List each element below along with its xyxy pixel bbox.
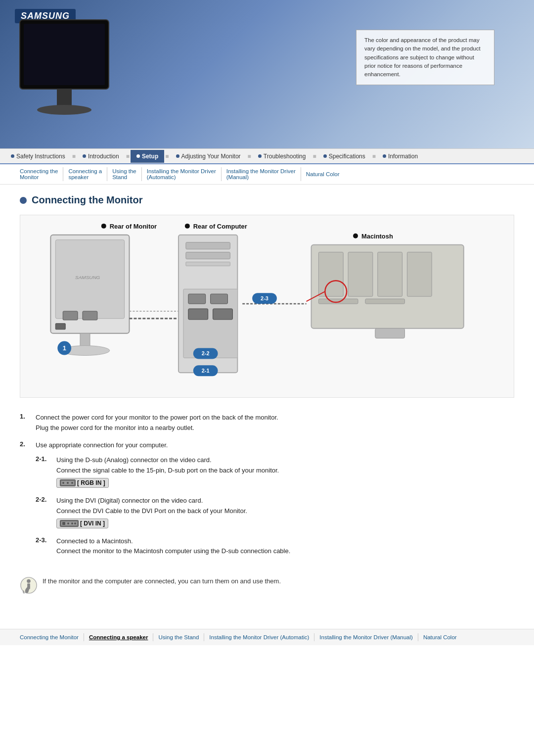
sub-nav-connecting-monitor[interactable]: Connecting the Monitor [15, 167, 63, 181]
svg-rect-40 [348, 252, 373, 297]
nav-dot-safety [11, 154, 14, 158]
sub-nav-label-install-auto-1: Installing the Monitor Driver [147, 168, 216, 174]
svg-rect-21 [186, 242, 230, 249]
nav-label-information: Information [388, 153, 418, 160]
main-nav: Safety Instructions ■ Introduction ■ Set… [0, 148, 534, 164]
bottom-sub-nav-using-stand[interactable]: Using the Stand [153, 633, 204, 641]
connection-diagram: Rear of Monitor SAMSUNG 1 Rear of Comp [20, 215, 514, 397]
nav-label-intro: Introduction [88, 153, 119, 160]
bottom-sub-nav-label-ia3: (Automatic) [280, 634, 310, 640]
svg-rect-45 [375, 329, 405, 338]
bottom-sub-nav-connecting-monitor[interactable]: Connecting the Monitor [15, 633, 84, 641]
svg-rect-22 [186, 252, 230, 259]
svg-rect-53 [62, 522, 65, 525]
bottom-sub-nav-natural-color[interactable]: Natural Color [418, 633, 462, 641]
svg-rect-43 [318, 299, 358, 304]
bottom-sub-nav-label-nc: Natural Color [423, 634, 457, 640]
svg-rect-28 [213, 309, 233, 320]
sub-nav-natural-color[interactable]: Natural Color [301, 170, 345, 178]
sub-list-num-21: 2-1. [36, 455, 50, 490]
svg-text:2-3: 2-3 [261, 295, 268, 301]
sub-list-text-22: Using the DVI (Digital) connector on the… [56, 496, 247, 517]
sub-nav-label-connecting-monitor-2: Monitor [20, 174, 58, 180]
list-text-2: Use appropriate connection for your comp… [36, 441, 168, 449]
bottom-sub-nav-label-im3: (Manual) [391, 634, 413, 640]
nav-dot-troubleshooting [258, 154, 262, 158]
nav-item-safety[interactable]: Safety Instructions [5, 150, 71, 163]
nav-label-adjusting: Adjusting Your Monitor [181, 153, 241, 160]
svg-rect-11 [55, 324, 65, 330]
nav-sep-3: ■ [164, 153, 170, 160]
svg-rect-44 [365, 299, 405, 304]
bottom-sub-nav-install-auto[interactable]: Installing the Monitor Driver (Automatic… [204, 633, 314, 641]
svg-point-18 [185, 224, 190, 229]
banner: SAMSUNG The color and appearance of the … [0, 0, 534, 148]
sub-nav-label-natural-color-1: Natural Color [306, 171, 340, 177]
sub-nav-install-auto[interactable]: Installing the Monitor Driver (Automatic… [142, 167, 222, 181]
banner-monitor-image [15, 15, 138, 143]
note-text: If the monitor and the computer are conn… [43, 576, 281, 587]
rgb-connector-icon [60, 479, 76, 486]
list-text-1: Connect the power cord for your monitor … [36, 413, 278, 433]
sub-nav-label-install-auto-2: (Automatic) [147, 174, 216, 180]
list-item-2: 2. Use appropriate connection for your c… [20, 440, 514, 563]
nav-item-setup[interactable]: Setup [131, 150, 164, 163]
svg-text:2-2: 2-2 [202, 350, 210, 356]
sub-nav-label-using-stand-2: Stand [112, 174, 136, 180]
sub-nav-using-stand[interactable]: Using the Stand [107, 167, 142, 181]
svg-point-49 [62, 482, 64, 484]
svg-text:SAMSUNG: SAMSUNG [75, 275, 100, 280]
nav-dot-setup [136, 154, 140, 158]
svg-rect-39 [318, 252, 343, 297]
dvi-connector-icon [60, 520, 79, 527]
svg-text:Macintosh: Macintosh [361, 233, 393, 240]
svg-point-36 [353, 234, 358, 238]
list-num-2: 2. [20, 440, 30, 563]
bottom-sub-nav-install-manual[interactable]: Installing the Monitor Driver (Manual) [314, 633, 418, 641]
svg-rect-23 [186, 262, 230, 266]
nav-sep-1: ■ [71, 153, 77, 160]
nav-dot-specifications [323, 154, 327, 158]
bottom-sub-nav-label-cm1: Connecting the [20, 634, 58, 640]
bottom-sub-nav-label-cm3: Monitor [60, 634, 79, 640]
sub-nav-connecting-speaker[interactable]: Connecting a speaker [63, 167, 107, 181]
sub-list-item-21: 2-1. Using the D-sub (Analog) connector … [36, 455, 290, 490]
svg-text:2-1: 2-1 [202, 368, 210, 374]
sub-nav-install-manual[interactable]: Installing the Monitor Driver (Manual) [222, 167, 301, 181]
svg-text:Rear of Monitor: Rear of Monitor [110, 223, 157, 230]
nav-item-information[interactable]: Information [377, 150, 424, 163]
svg-point-50 [67, 482, 69, 484]
svg-rect-59 [27, 583, 30, 589]
sub-list-num-23: 2-3. [36, 536, 50, 557]
sub-nav-label-connecting-speaker-2: speaker [68, 174, 102, 180]
svg-point-54 [67, 522, 69, 524]
sub-nav-label-connecting-speaker-1: Connecting a [68, 168, 102, 174]
nav-sep-5: ■ [312, 153, 317, 160]
diagram-container: Rear of Monitor SAMSUNG 1 Rear of Comp [20, 215, 514, 398]
svg-rect-9 [63, 311, 78, 320]
nav-item-adjusting[interactable]: Adjusting Your Monitor [170, 150, 247, 163]
dvi-connector-label: [ DVI IN ] [80, 520, 105, 527]
nav-item-troubleshooting[interactable]: Troubleshooting [252, 150, 312, 163]
svg-rect-25 [188, 294, 206, 304]
svg-rect-27 [188, 309, 208, 320]
bottom-sub-nav-connecting-speaker[interactable]: Connecting a speaker [84, 633, 154, 641]
nav-sep-4: ■ [247, 153, 252, 160]
svg-point-3 [37, 105, 91, 115]
page-title-dot [20, 197, 27, 204]
sub-list-item-22: 2-2. Using the DVI (Digital) connector o… [36, 496, 290, 530]
page-title: Connecting the Monitor [32, 194, 142, 206]
svg-text:1: 1 [63, 345, 66, 352]
nav-label-safety: Safety Instructions [16, 153, 65, 160]
banner-notice: The color and appearance of the product … [356, 30, 494, 85]
nav-item-specifications[interactable]: Specifications [317, 150, 371, 163]
sub-nav-label-using-stand-1: Using the [112, 168, 136, 174]
note-icon [20, 576, 38, 594]
instructions-list: 1. Connect the power cord for your monit… [20, 413, 514, 563]
page-title-row: Connecting the Monitor [20, 194, 514, 206]
nav-item-intro[interactable]: Introduction [77, 150, 125, 163]
sub-list-text-23: Connected to a Macintosh.Connect the mon… [56, 536, 290, 557]
svg-point-55 [71, 522, 73, 524]
svg-rect-42 [407, 252, 432, 297]
main-content: Connecting the Monitor Rear of Monitor S… [0, 185, 534, 614]
